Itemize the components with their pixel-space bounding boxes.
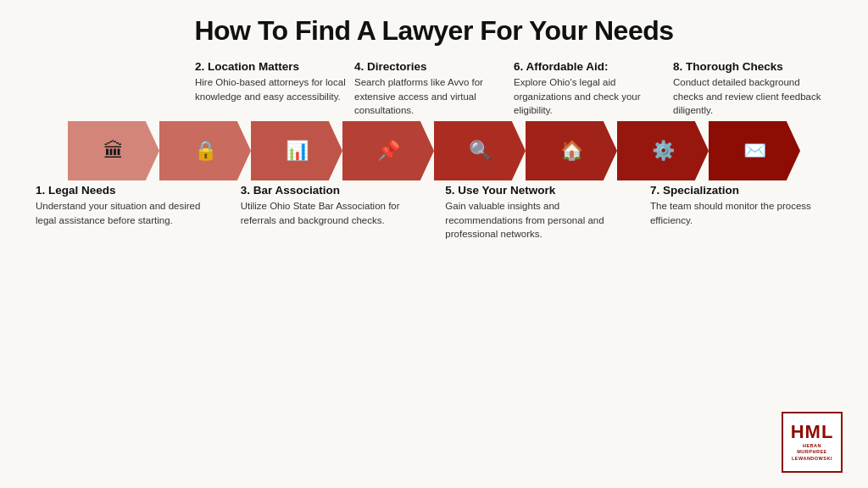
lock-icon: 🔒	[194, 140, 217, 162]
top-item-4: 4. Directories Search platforms like Avv…	[354, 60, 514, 118]
hml-logo: HML HEBAN MURPHREE LEWANDOWSKI	[782, 412, 843, 473]
arrow-3: 📊	[251, 121, 342, 180]
logo-letters: HML	[791, 423, 834, 441]
logo-name: HEBAN MURPHREE LEWANDOWSKI	[792, 443, 832, 461]
arrow-2: 🔒	[159, 121, 251, 180]
top-item-2-title: 2. Location Matters	[195, 60, 354, 73]
search-icon: 🔍	[469, 140, 492, 162]
home-icon: 🏠	[560, 140, 583, 162]
arrow-6: 🏠	[526, 121, 617, 180]
page: How To Find A Lawyer For Your Needs 2. L…	[0, 0, 868, 488]
top-item-2: 2. Location Matters Hire Ohio-based atto…	[195, 60, 354, 118]
arrow-shape-8: ✉️	[709, 121, 800, 180]
bottom-item-1-text: Understand your situation and desired le…	[36, 199, 218, 227]
top-item-8-text: Conduct detailed background checks and r…	[673, 75, 832, 118]
top-item-8: 8. Thorough Checks Conduct detailed back…	[673, 60, 832, 118]
arrow-shape-4: 📌	[342, 121, 434, 180]
bottom-item-7: 7. Specialization The team should monito…	[650, 184, 832, 241]
top-item-4-text: Search platforms like Avvo for extensive…	[354, 75, 514, 118]
ohio-icon: 🏛	[103, 139, 124, 163]
top-item-8-title: 8. Thorough Checks	[673, 60, 832, 73]
bottom-item-5: 5. Use Your Network Gain valuable insigh…	[445, 184, 627, 241]
bottom-item-7-text: The team should monitor the process effi…	[650, 199, 832, 227]
bottom-item-3: 3. Bar Association Utilize Ohio State Ba…	[241, 184, 423, 241]
bottom-descriptions: 1. Legal Needs Understand your situation…	[36, 184, 832, 241]
arrow-shape-6: 🏠	[526, 121, 617, 180]
arrow-4: 📌	[342, 121, 434, 180]
arrow-shape-5: 🔍	[434, 121, 526, 180]
arrow-shape-3: 📊	[251, 121, 342, 180]
arrow-shape-7: ⚙️	[617, 121, 709, 180]
mail-icon: ✉️	[743, 140, 766, 162]
bottom-item-7-title: 7. Specialization	[650, 184, 832, 197]
top-descriptions: 2. Location Matters Hire Ohio-based atto…	[36, 60, 832, 118]
bottom-item-5-title: 5. Use Your Network	[445, 184, 627, 197]
arrow-5: 🔍	[434, 121, 526, 180]
main-title: How To Find A Lawyer For Your Needs	[194, 15, 673, 47]
arrow-row: 🏛 🔒 📊 📌 🔍 🏠	[68, 121, 800, 180]
chart-icon: 📊	[286, 140, 309, 162]
arrow-8: ✉️	[709, 121, 800, 180]
top-item-2-text: Hire Ohio-based attorneys for local know…	[195, 75, 354, 103]
bottom-item-1: 1. Legal Needs Understand your situation…	[36, 184, 218, 241]
bottom-item-1-title: 1. Legal Needs	[36, 184, 218, 197]
pin-icon: 📌	[377, 140, 400, 162]
top-item-6: 6. Affordable Aid: Explore Ohio's legal …	[514, 60, 673, 118]
bottom-item-3-text: Utilize Ohio State Bar Association for r…	[241, 199, 423, 227]
top-item-6-text: Explore Ohio's legal aid organizations a…	[514, 75, 673, 118]
arrow-shape-2: 🔒	[159, 121, 251, 180]
arrow-shape-1: 🏛	[68, 121, 159, 180]
bottom-item-5-text: Gain valuable insights and recommendatio…	[445, 199, 627, 241]
bottom-item-3-title: 3. Bar Association	[241, 184, 423, 197]
gear-icon: ⚙️	[652, 140, 675, 162]
arrow-1: 🏛	[68, 121, 159, 180]
top-item-4-title: 4. Directories	[354, 60, 514, 73]
arrow-7: ⚙️	[617, 121, 709, 180]
top-item-6-title: 6. Affordable Aid:	[514, 60, 673, 73]
